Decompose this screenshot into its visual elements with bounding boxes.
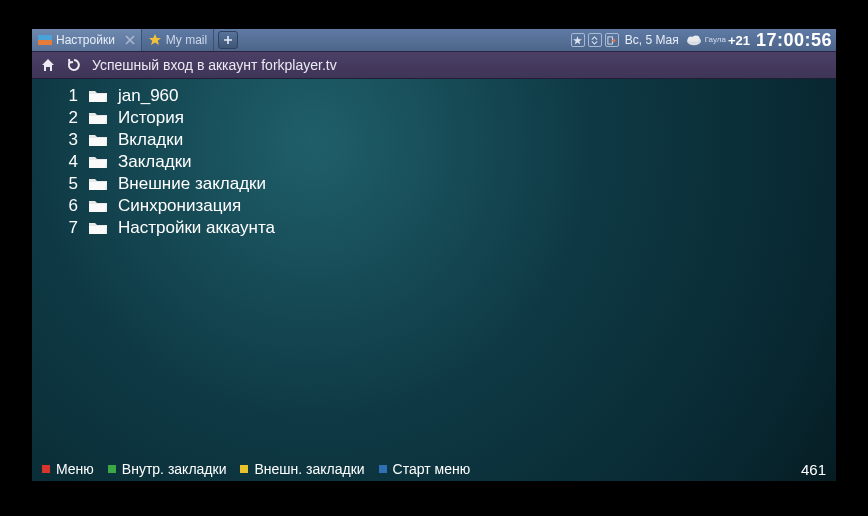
time-label: 17:00:56: [756, 30, 832, 51]
svg-rect-11: [379, 465, 387, 473]
weather-temperature: +21: [728, 33, 750, 48]
list-item[interactable]: 1 jan_960: [50, 85, 822, 107]
list-item[interactable]: 6 Синхронизация: [50, 195, 822, 217]
svg-rect-8: [42, 465, 50, 473]
tab-label: Настройки: [56, 33, 115, 47]
item-index: 2: [50, 108, 78, 128]
item-label: Синхронизация: [118, 196, 241, 216]
tray-star-icon[interactable]: [571, 33, 585, 47]
footer-green[interactable]: Внутр. закладки: [108, 461, 227, 477]
item-label: Закладки: [118, 152, 192, 172]
close-icon[interactable]: [125, 35, 135, 45]
footer-blue-label: Старт меню: [393, 461, 471, 477]
footer-count: 461: [801, 461, 826, 478]
red-dot-icon: [42, 465, 50, 473]
svg-rect-10: [240, 465, 248, 473]
green-dot-icon: [108, 465, 116, 473]
weather-icon: [685, 31, 703, 49]
footer-red-label: Меню: [56, 461, 94, 477]
blue-dot-icon: [379, 465, 387, 473]
list-item[interactable]: 4 Закладки: [50, 151, 822, 173]
reload-icon[interactable]: [66, 57, 82, 73]
folder-icon: [88, 88, 108, 104]
tab-settings[interactable]: Настройки: [32, 29, 142, 51]
folder-icon: [88, 176, 108, 192]
list-item[interactable]: 2 История: [50, 107, 822, 129]
list-item[interactable]: 5 Внешние закладки: [50, 173, 822, 195]
date-label: Вс, 5 Мая: [625, 33, 679, 47]
svg-rect-9: [108, 465, 116, 473]
weather-location: Гаула: [705, 36, 726, 44]
menu-list: 1 jan_960 2 История 3 Вкладки 4 Закладки…: [32, 79, 836, 239]
folder-icon: [88, 198, 108, 214]
svg-rect-1: [38, 40, 52, 45]
folder-icon: [88, 220, 108, 236]
footer-blue[interactable]: Старт меню: [379, 461, 471, 477]
tab-bar: Настройки My mail Вс, 5 Мая Гаула +21 17…: [32, 29, 836, 51]
item-index: 3: [50, 130, 78, 150]
footer-yellow[interactable]: Внешн. закладки: [240, 461, 364, 477]
svg-marker-3: [573, 36, 582, 45]
item-label: Вкладки: [118, 130, 183, 150]
svg-marker-2: [149, 34, 161, 45]
folder-icon: [88, 110, 108, 126]
tab-mymail[interactable]: My mail: [142, 29, 214, 51]
list-item[interactable]: 3 Вкладки: [50, 129, 822, 151]
folder-icon: [88, 132, 108, 148]
footer-bar: Меню Внутр. закладки Внешн. закладки Ста…: [32, 457, 836, 481]
footer-red[interactable]: Меню: [42, 461, 94, 477]
svg-rect-0: [38, 35, 52, 40]
clock-area: Вс, 5 Мая Гаула +21 17:00:56: [625, 29, 836, 51]
tab-label: My mail: [166, 33, 207, 47]
weather-widget: Гаула +21: [685, 31, 750, 49]
item-label: jan_960: [118, 86, 179, 106]
yellow-dot-icon: [240, 465, 248, 473]
folder-icon: [88, 154, 108, 170]
tray-expand-icon[interactable]: [588, 33, 602, 47]
tray-exit-icon[interactable]: [605, 33, 619, 47]
new-tab-button[interactable]: [218, 31, 238, 49]
status-message: Успешный вход в аккаунт forkplayer.tv: [92, 57, 828, 73]
item-index: 1: [50, 86, 78, 106]
home-icon[interactable]: [40, 57, 56, 73]
item-index: 5: [50, 174, 78, 194]
system-tray: [565, 29, 625, 51]
footer-green-label: Внутр. закладки: [122, 461, 227, 477]
item-index: 4: [50, 152, 78, 172]
item-label: Внешние закладки: [118, 174, 266, 194]
item-label: История: [118, 108, 184, 128]
list-item[interactable]: 7 Настройки аккаунта: [50, 217, 822, 239]
item-index: 7: [50, 218, 78, 238]
item-index: 6: [50, 196, 78, 216]
item-label: Настройки аккаунта: [118, 218, 275, 238]
star-icon: [148, 33, 162, 47]
app-icon: [38, 33, 52, 47]
svg-point-7: [692, 36, 699, 42]
footer-yellow-label: Внешн. закладки: [254, 461, 364, 477]
address-bar: Успешный вход в аккаунт forkplayer.tv: [32, 51, 836, 79]
